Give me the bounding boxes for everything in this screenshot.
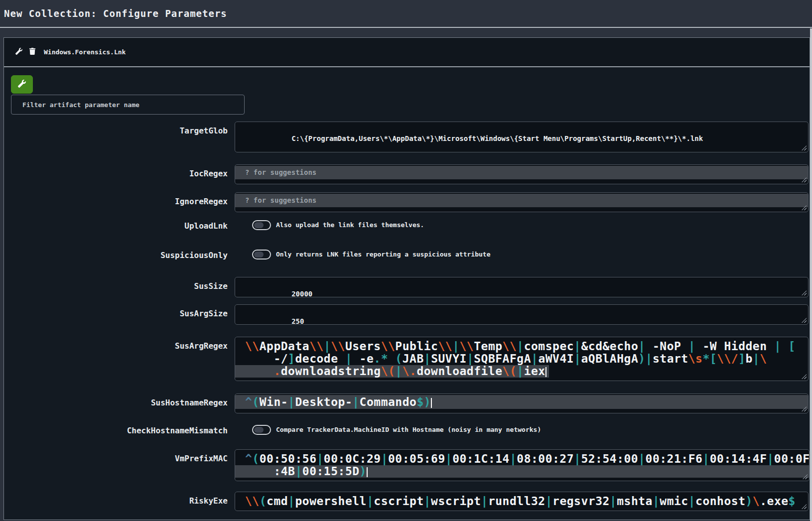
param-row-vmprefixmac: VmPrefixMAC ^(00:50:56|00:0C:29|00:05:69… [11,449,809,481]
param-label: SusSize [11,277,228,291]
toggle-knob [254,252,264,258]
parameters-form: TargetGlob C:\{ProgramData,Users\*\AppDa… [4,67,810,521]
artifact-header: Windows.Forensics.Lnk [4,38,810,67]
param-label: SuspiciousOnly [11,250,228,260]
code-line: \\(cmd|powershell|cscript|wscript|rundll… [235,495,808,508]
suspiciousonly-toggle[interactable] [252,250,271,260]
artifact-name: Windows.Forensics.Lnk [44,48,126,56]
param-row-checkhostnamemismatch: CheckHostnameMismatch Compare TrackerDat… [11,425,809,435]
param-label: TargetGlob [11,122,228,135]
resize-grip[interactable] [802,318,807,323]
param-description: Compare TrackerData.MachineID with Hostn… [276,425,541,435]
code-line: -/]decode | -e.* (JAB|SUVYI|SQBFAFgA|aWV… [235,353,808,365]
code-line: ^(Win-|Desktop-|Commando$) [235,395,808,409]
code-line: :4B|00:15:5D) [235,465,809,478]
trash-icon [29,48,36,56]
param-row-susargsize: SusArgSize 250 [11,304,809,325]
param-row-iocregex: IocRegex ? for suggestions [11,164,809,184]
resize-grip[interactable] [802,145,807,150]
placeholder-text: ? for suggestions [245,168,316,176]
vertical-scrollbar[interactable] [810,28,812,521]
param-label: CheckHostnameMismatch [11,425,228,435]
checkhostnamemismatch-toggle[interactable] [252,425,271,435]
param-row-uploadlnk: UploadLnk Also upload the link files the… [11,220,809,231]
code-line: ? for suggestions [235,166,808,179]
param-label: RiskyExe [11,492,228,506]
text-cursor [367,467,368,477]
param-row-ignoreregex: IgnoreRegex ? for suggestions [11,192,809,212]
text-cursor [545,367,546,377]
vmprefixmac-editor[interactable]: ^(00:50:56|00:0C:29|00:05:69|00:1C:14|08… [235,449,810,481]
targetglob-textarea[interactable]: C:\{ProgramData,Users\*\AppData\*}\Micro… [235,122,809,152]
configure-artifact-button[interactable] [14,48,23,57]
code-line: \\AppData\\|\\Users\\Public\\|\\Temp\\|c… [235,340,808,353]
param-label: IocRegex [11,164,228,178]
wrench-icon [18,80,26,89]
riskyexe-editor[interactable]: \\(cmd|powershell|cscript|wscript|rundll… [235,492,809,511]
param-row-suspiciousonly: SuspiciousOnly Only returns LNK files re… [11,250,809,260]
filter-parameter-input[interactable] [11,95,245,115]
param-label: UploadLnk [11,220,228,231]
param-label: SusArgRegex [11,337,228,351]
param-description: Also upload the link files themselves. [276,220,424,230]
param-row-sushostnameregex: SusHostnameRegex ^(Win-|Desktop-|Command… [11,393,809,413]
remove-artifact-button[interactable] [28,48,37,57]
toggle-knob [254,222,264,228]
iocregex-editor[interactable]: ? for suggestions [235,164,809,184]
param-label: SusArgSize [11,304,228,318]
sushostnameregex-editor[interactable]: ^(Win-|Desktop-|Commando$) [235,393,809,413]
susargregex-editor[interactable]: \\AppData\\|\\Users\\Public\\|\\Temp\\|c… [235,337,809,381]
artifact-panel: Windows.Forensics.Lnk TargetGlob C:\{Pro… [3,37,810,520]
resize-grip[interactable] [802,290,807,295]
susargsize-textarea[interactable]: 250 [235,304,809,325]
param-label: VmPrefixMAC [11,449,228,463]
placeholder-text: ? for suggestions [245,196,316,204]
param-row-riskyexe: RiskyExe \\(cmd|powershell|cscript|wscri… [11,492,809,511]
param-label: SusHostnameRegex [11,393,228,407]
sussize-textarea[interactable]: 20000 [235,277,809,297]
modal-body: Windows.Forensics.Lnk TargetGlob C:\{Pro… [0,28,812,520]
wrench-icon [15,48,22,56]
param-description: Only returns LNK files reporting a suspi… [276,250,490,260]
new-collection-modal: { "modal": { "title": "New Collection: C… [0,0,812,521]
param-row-targetglob: TargetGlob C:\{ProgramData,Users\*\AppDa… [11,122,809,152]
modal-header: New Collection: Configure Parameters [0,0,812,28]
param-row-sussize: SusSize 20000 [11,277,809,297]
toggle-knob [254,427,264,433]
configure-parameters-button[interactable] [11,75,33,94]
param-label: IgnoreRegex [11,192,228,206]
page-title: New Collection: Configure Parameters [4,8,227,19]
ignoreregex-editor[interactable]: ? for suggestions [235,192,809,212]
uploadlnk-toggle[interactable] [252,220,271,230]
code-line: .downloadstring\(|\.downloadfile\(|iex [235,365,808,378]
param-row-susargregex: SusArgRegex \\AppData\\|\\Users\\Public\… [11,337,809,381]
code-line: ? for suggestions [235,194,808,207]
text-cursor [431,398,432,408]
code-line: ^(00:50:56|00:0C:29|00:05:69|00:1C:14|08… [235,453,809,465]
